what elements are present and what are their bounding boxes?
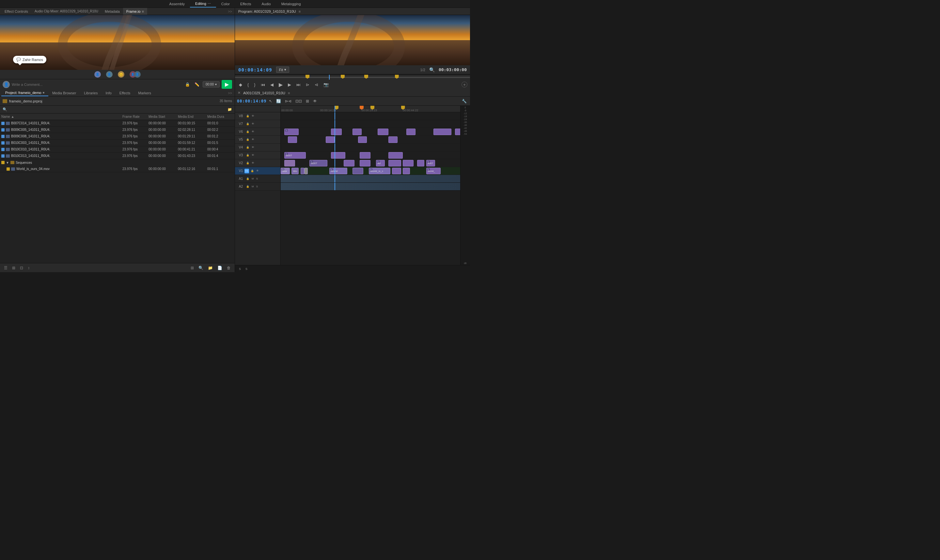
track-eye-v2[interactable]: 👁 — [251, 161, 255, 165]
step-fwd-button[interactable]: ▶ — [286, 82, 292, 88]
clip-v6-1[interactable]: fx — [284, 129, 298, 135]
track-eye-v4[interactable]: 👁 — [251, 146, 255, 149]
clip-v1-9[interactable] — [403, 168, 410, 174]
clip-v6-7[interactable] — [455, 129, 460, 135]
nav-item-audio[interactable]: Audio — [256, 0, 276, 8]
clip-v6-2[interactable] — [331, 129, 342, 135]
clip-v2-5[interactable]: fx A0 — [376, 160, 385, 166]
clip-v2-2[interactable]: fx B007 — [309, 160, 328, 166]
out-point-button[interactable]: } — [252, 82, 257, 88]
clip-v2-6[interactable] — [388, 160, 401, 166]
grid-view-button[interactable]: ⊞ — [11, 265, 17, 271]
panel-overflow-menu[interactable]: >> — [226, 9, 233, 13]
clip-v3-2[interactable] — [331, 152, 345, 158]
go-to-in-button[interactable]: ⏮ — [260, 82, 266, 88]
track-lock-v3[interactable]: 🔒 — [245, 153, 250, 157]
send-comment-button[interactable]: ▶ — [222, 80, 232, 89]
clip-v5-2[interactable] — [326, 136, 335, 143]
marker-button[interactable]: ◆ — [238, 82, 243, 88]
track-mute-a1[interactable]: S — [255, 177, 258, 180]
clip-v5-1[interactable] — [288, 136, 297, 143]
file-item-5[interactable]: B010C013_141011_R0U4. 23.976 fps 00:00:0… — [0, 153, 235, 159]
clip-v1-2[interactable]: Wo — [291, 168, 298, 174]
step-back-button[interactable]: ◀ — [269, 82, 275, 88]
tl-solo-2[interactable]: S — [244, 267, 249, 271]
file-item-4[interactable]: B010C010_141011_R0U4. 23.976 fps 00:00:0… — [0, 146, 235, 153]
clip-v1-1[interactable]: fx Wor — [281, 168, 290, 174]
tab-effects[interactable]: Effects — [115, 89, 134, 96]
clip-v6-3[interactable] — [352, 129, 362, 135]
clip-v3-1[interactable]: fx B007 — [284, 152, 306, 158]
insert-button[interactable]: ⊳ — [305, 82, 311, 88]
tab-project[interactable]: Project: frameio_demo ≡ — [1, 89, 48, 96]
tab-effect-controls[interactable]: Effect Controls — [1, 8, 31, 15]
clip-v5-3[interactable] — [358, 136, 367, 143]
tab-frameio[interactable]: Frame.io ≡ — [123, 8, 147, 15]
track-eye-v8[interactable]: 👁 — [251, 114, 255, 118]
file-item-1[interactable]: B009C005_141011_R0U4. 23.976 fps 00:00:0… — [0, 127, 235, 133]
clip-v2-8[interactable] — [417, 160, 424, 166]
list-view-button[interactable]: ☰ — [3, 265, 9, 271]
track-eye-v3[interactable]: 👁 — [251, 153, 255, 157]
clip-v2-9[interactable]: fxA007 — [426, 160, 435, 166]
track-lock-v5[interactable]: 🔒 — [245, 138, 250, 141]
clip-v1-10[interactable]: fx World_ — [426, 168, 441, 174]
track-lock-v2[interactable]: 🔒 — [245, 161, 250, 165]
clip-v2-7[interactable] — [403, 160, 414, 166]
tab-media-browser[interactable]: Media Browser — [48, 89, 80, 96]
clip-v2-4[interactable] — [360, 160, 371, 166]
play-button[interactable]: ▶ — [277, 81, 284, 88]
sort-button[interactable]: ↕ — [26, 265, 31, 271]
track-lock-a2[interactable]: 🔒 — [245, 185, 250, 188]
track-lock-a1[interactable]: 🔒 — [245, 177, 250, 180]
clip-v1-6[interactable] — [352, 168, 363, 174]
go-to-out-button[interactable]: ⏭ — [295, 82, 302, 88]
timecode-button[interactable]: 00:00 ▾ — [203, 81, 220, 88]
tab-libraries[interactable]: Libraries — [80, 89, 102, 96]
folder-sequences[interactable]: ▼ Sequences — [0, 159, 235, 166]
track-mute-a2[interactable]: S — [255, 185, 258, 188]
free-form-view-button[interactable]: ⊡ — [18, 265, 25, 271]
icon-view-button[interactable]: ⊞ — [189, 265, 195, 271]
lock-button[interactable]: 🔒 — [184, 82, 191, 88]
folder-new-icon[interactable]: 📁 — [228, 108, 232, 112]
track-eye-v6[interactable]: 👁 — [251, 130, 255, 134]
search-button[interactable]: 🔍 — [197, 265, 205, 271]
tl-solo-1[interactable]: S — [238, 267, 242, 271]
track-lock-v7[interactable]: 🔒 — [245, 122, 250, 126]
clip-v1-7[interactable]: fx World_is_c — [369, 168, 390, 174]
file-item-3[interactable]: B010C003_141011_R0U4. 23.976 fps 00:00:0… — [0, 140, 235, 146]
nav-item-assembly[interactable]: Assembly — [164, 0, 190, 8]
program-menu-icon[interactable]: ≡ — [298, 9, 301, 13]
track-sync-V1[interactable]: V1 — [245, 169, 249, 173]
nav-item-color[interactable]: Color — [216, 0, 235, 8]
file-item-2[interactable]: B009C008_141011_R0U4. 23.976 fps 00:00:0… — [0, 133, 235, 140]
razor-tool[interactable]: 🔄 — [275, 98, 282, 104]
draw-button[interactable]: ✏️ — [193, 82, 201, 88]
track-lock-v1[interactable]: 🔒 — [250, 169, 255, 172]
delete-button[interactable]: 🗑 — [226, 265, 232, 271]
in-point-button[interactable]: { — [246, 82, 250, 88]
new-folder-button[interactable]: 📁 — [207, 265, 214, 271]
track-eye-v5[interactable]: 👁 — [251, 138, 255, 141]
eye-tool[interactable]: 👁 — [312, 98, 318, 104]
frameio-menu-icon[interactable]: ≡ — [142, 9, 144, 13]
settings-button[interactable]: 🔧 — [460, 98, 468, 104]
timeline-close-button[interactable]: ✕ — [238, 91, 240, 95]
clip-v3-3[interactable] — [360, 152, 371, 158]
track-lock-v8[interactable]: 🔒 — [245, 114, 250, 118]
clip-v2-1[interactable] — [284, 160, 295, 166]
clip-v1-4[interactable] — [304, 168, 308, 174]
clip-v2-3[interactable] — [344, 160, 354, 166]
add-control-button[interactable]: + — [462, 82, 468, 88]
clip-v6-4[interactable] — [378, 129, 388, 135]
slip-tool[interactable]: ⊞ — [305, 98, 311, 104]
new-item-button[interactable]: 📄 — [216, 265, 223, 271]
export-frame-button[interactable]: 📷 — [322, 82, 330, 88]
project-menu-icon[interactable]: ≡ — [43, 91, 45, 94]
track-eye-a1[interactable]: M — [251, 177, 255, 180]
project-overflow-menu[interactable]: >> — [226, 91, 233, 95]
comment-input[interactable] — [12, 83, 182, 86]
selection-tool[interactable]: ↖ — [268, 98, 274, 104]
nav-item-metalogging[interactable]: Metalogging — [276, 0, 306, 8]
